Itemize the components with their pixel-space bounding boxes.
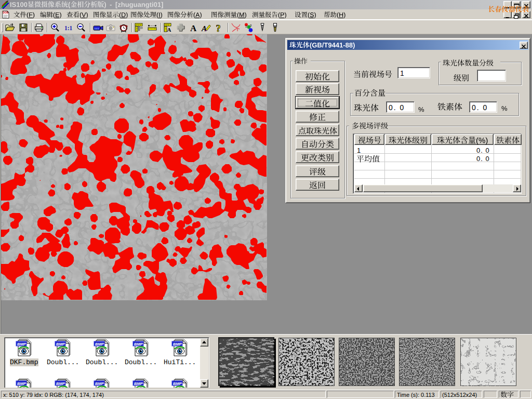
- svg-text:BMP: BMP: [134, 342, 143, 347]
- svg-text:DOC: DOC: [3, 11, 9, 14]
- svg-text:BMP: BMP: [173, 381, 182, 386]
- svg-text:BMP: BMP: [95, 342, 104, 347]
- svg-text:A: A: [167, 26, 171, 33]
- svg-text:BMP: BMP: [17, 381, 26, 386]
- svg-text:A: A: [190, 23, 197, 33]
- svg-text:BMP: BMP: [95, 381, 104, 386]
- svg-text:BMP: BMP: [56, 381, 65, 386]
- svg-text:A: A: [201, 24, 207, 33]
- svg-text:1:1: 1:1: [64, 25, 73, 31]
- svg-text:BMP: BMP: [173, 342, 182, 347]
- svg-text:3: 3: [250, 24, 252, 27]
- svg-text:BMP: BMP: [17, 342, 26, 347]
- svg-text:?: ?: [216, 23, 221, 33]
- svg-text:BMP: BMP: [134, 381, 143, 386]
- svg-text:BMP: BMP: [56, 342, 65, 347]
